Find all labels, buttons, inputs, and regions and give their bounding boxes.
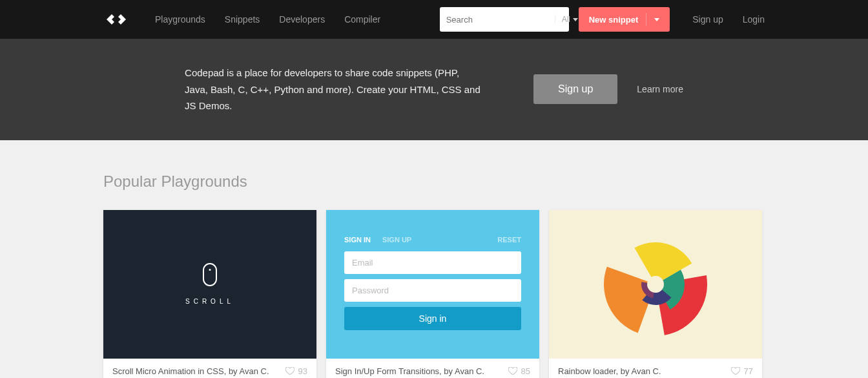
hero-learnmore-link[interactable]: Learn more: [637, 84, 683, 94]
preview-email-input: [344, 251, 521, 274]
nav-compiler[interactable]: Compiler: [344, 14, 380, 25]
new-snippet-button[interactable]: New snippet: [579, 7, 670, 32]
likes-count: 77: [744, 366, 753, 376]
card-title: Rainbow loader, by Avan C.: [558, 366, 661, 376]
search-area: All New snippet Sign up Login: [440, 7, 765, 32]
card-meta: Scroll Micro Animation in CSS, by Avan C…: [103, 359, 316, 379]
form-tab-signup: SIGN UP: [382, 236, 411, 244]
playground-card[interactable]: SIGN IN SIGN UP RESET Sign in Sign In/Up…: [326, 210, 539, 379]
search-box: All: [440, 7, 569, 32]
nav-login-link[interactable]: Login: [743, 14, 765, 25]
chevron-down-icon: [654, 18, 659, 21]
card-likes[interactable]: 85: [508, 366, 530, 376]
preview-password-input: [344, 279, 521, 302]
auth-links: Sign up Login: [692, 14, 765, 25]
preview-signin-button: Sign in: [344, 307, 521, 330]
popular-section: Popular Playgrounds Scroll Scroll Micro …: [0, 140, 868, 379]
nav-playgrounds[interactable]: Playgrounds: [155, 14, 205, 25]
logo[interactable]: [103, 6, 129, 32]
card-likes[interactable]: 93: [285, 366, 307, 376]
card-title: Sign In/Up Form Transitions, by Avan C.: [335, 366, 484, 376]
playground-card[interactable]: Rainbow loader, by Avan C. 77: [549, 210, 762, 379]
svg-point-0: [647, 276, 664, 293]
top-navbar: Playgrounds Snippets Developers Compiler…: [0, 0, 868, 39]
card-meta: Sign In/Up Form Transitions, by Avan C. …: [326, 359, 539, 379]
search-input[interactable]: [446, 15, 555, 25]
logo-icon: [105, 12, 127, 27]
hero-actions: Sign up Learn more: [533, 74, 683, 104]
card-preview-scroll: Scroll: [103, 210, 316, 359]
search-filter-dropdown[interactable]: All: [555, 15, 578, 24]
hero-signup-button[interactable]: Sign up: [533, 74, 617, 104]
likes-count: 93: [298, 366, 307, 376]
card-meta: Rainbow loader, by Avan C. 77: [549, 359, 762, 379]
divider: [646, 13, 646, 26]
heart-icon: [285, 367, 294, 375]
heart-icon: [731, 367, 740, 375]
chevron-down-icon: [573, 18, 578, 21]
hero-text: Codepad is a place for developers to sha…: [185, 65, 482, 114]
cards-grid: Scroll Scroll Micro Animation in CSS, by…: [103, 210, 765, 379]
likes-count: 85: [521, 366, 530, 376]
new-snippet-label: New snippet: [589, 15, 639, 25]
mouse-icon: [203, 263, 217, 286]
rainbow-loader-icon: [591, 220, 720, 349]
nav-snippets[interactable]: Snippets: [225, 14, 260, 25]
heart-icon: [508, 367, 517, 375]
form-tabs: SIGN IN SIGN UP RESET: [344, 236, 521, 244]
card-preview-rainbow: [549, 210, 762, 359]
card-title: Scroll Micro Animation in CSS, by Avan C…: [112, 366, 269, 376]
card-preview-form: SIGN IN SIGN UP RESET Sign in: [326, 210, 539, 359]
form-tab-reset: RESET: [497, 236, 521, 244]
nav-developers[interactable]: Developers: [279, 14, 325, 25]
nav-signup-link[interactable]: Sign up: [692, 14, 723, 25]
nav-links: Playgrounds Snippets Developers Compiler: [155, 14, 380, 25]
scroll-label: Scroll: [185, 298, 234, 305]
form-tab-signin: SIGN IN: [344, 236, 371, 244]
card-likes[interactable]: 77: [731, 366, 753, 376]
playground-card[interactable]: Scroll Scroll Micro Animation in CSS, by…: [103, 210, 316, 379]
search-filter-label: All: [562, 15, 570, 24]
section-title: Popular Playgrounds: [103, 173, 765, 191]
hero: Codepad is a place for developers to sha…: [0, 39, 868, 140]
